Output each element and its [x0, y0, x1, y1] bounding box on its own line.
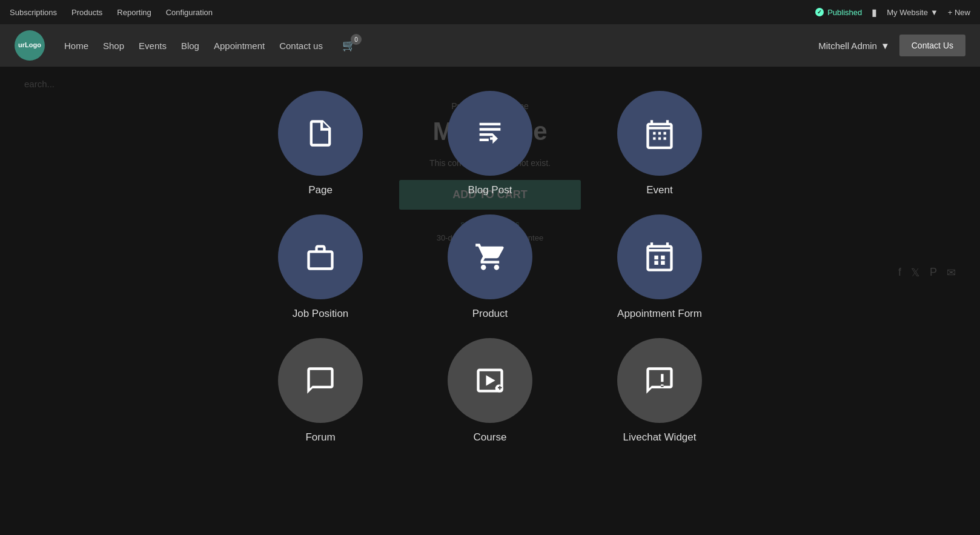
picker-label-event: Event [646, 184, 672, 196]
picker-label-forum: Forum [305, 431, 335, 444]
picker-label-course: Course [474, 431, 507, 444]
picker-item-product[interactable]: Product [423, 214, 557, 320]
website-chevron-icon: ▼ [930, 8, 938, 17]
new-button[interactable]: + New [948, 8, 970, 17]
admin-subscriptions[interactable]: Subscriptions [10, 8, 57, 17]
picker-circle-job-position [278, 214, 363, 299]
picker-circle-course [448, 338, 532, 423]
picker-circle-event [617, 91, 702, 176]
picker-label-page: Page [308, 184, 333, 196]
contact-us-button[interactable]: Contact Us [899, 35, 965, 56]
admin-bar: Subscriptions Products Reporting Configu… [0, 0, 980, 24]
picker-circle-forum [278, 338, 363, 423]
website-selector[interactable]: My Website ▼ [887, 8, 938, 17]
picker-item-blog-post[interactable]: Blog Post [423, 91, 557, 196]
picker-item-page[interactable]: Page [254, 91, 387, 196]
admin-configuration[interactable]: Configuration [166, 8, 213, 17]
picker-label-blog-post: Blog Post [468, 184, 512, 196]
nav-right: Mitchell Admin ▼ Contact Us [818, 35, 965, 56]
user-chevron-icon: ▼ [881, 41, 890, 51]
picker-item-course[interactable]: Course [423, 338, 557, 444]
user-name[interactable]: Mitchell Admin ▼ [818, 41, 890, 51]
logo[interactable]: urLogo [15, 30, 45, 61]
mobile-icon[interactable]: ▮ [872, 7, 877, 18]
admin-reporting[interactable]: Reporting [117, 8, 151, 17]
nav-contact[interactable]: Contact us [279, 41, 323, 51]
picker-label-appointment-form: Appointment Form [617, 308, 702, 320]
published-dot [815, 8, 824, 16]
nav-appointment[interactable]: Appointment [214, 41, 265, 51]
picker-circle-page [278, 91, 363, 176]
picker-label-product: Product [472, 308, 508, 320]
picker-item-event[interactable]: Event [593, 91, 726, 196]
picker-circle-livechat-widget [617, 338, 702, 423]
website-label: My Website [887, 8, 928, 17]
picker-item-livechat-widget[interactable]: Livechat Widget [593, 338, 726, 444]
nav-blog[interactable]: Blog [181, 41, 199, 51]
nav-shop[interactable]: Shop [103, 41, 124, 51]
picker-grid: PageBlog PostEventJob PositionProductApp… [230, 79, 750, 456]
published-badge[interactable]: Published [815, 8, 862, 17]
cart-badge: 0 [351, 34, 362, 45]
content-type-picker: PageBlog PostEventJob PositionProductApp… [230, 79, 750, 456]
admin-bar-right: Published ▮ My Website ▼ + New [815, 7, 970, 18]
nav-home[interactable]: Home [64, 41, 88, 51]
cart-icon[interactable]: 🛒 0 [342, 39, 356, 52]
picker-label-livechat-widget: Livechat Widget [623, 431, 697, 444]
admin-products[interactable]: Products [71, 8, 102, 17]
website-nav: urLogo Home Shop Events Blog Appointment… [0, 24, 980, 67]
published-label: Published [827, 8, 862, 17]
picker-circle-appointment-form [617, 214, 702, 299]
picker-circle-blog-post [448, 91, 532, 176]
picker-circle-product [448, 214, 532, 299]
nav-links: Home Shop Events Blog Appointment Contac… [64, 39, 356, 52]
picker-item-job-position[interactable]: Job Position [254, 214, 387, 320]
nav-events[interactable]: Events [139, 41, 167, 51]
picker-label-job-position: Job Position [293, 308, 349, 320]
picker-item-appointment-form[interactable]: Appointment Form [593, 214, 726, 320]
picker-item-forum[interactable]: Forum [254, 338, 387, 444]
